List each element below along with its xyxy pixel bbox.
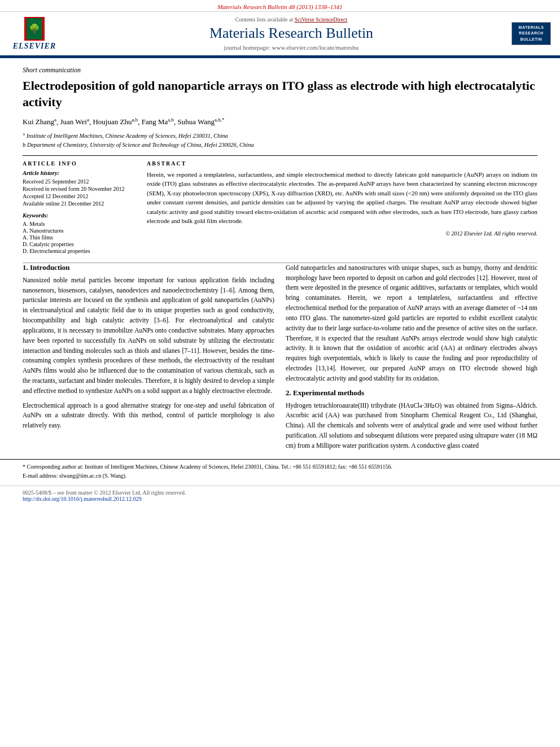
top-banner: Materials Research Bulletin 48 (2013) 13… bbox=[0, 0, 560, 12]
right-para-1: Gold nanoparticles and nanostructures wi… bbox=[286, 263, 537, 384]
article-history-label: Article history: bbox=[23, 170, 135, 176]
keywords-label: Keywords: bbox=[23, 212, 135, 219]
journal-citation: Materials Research Bulletin 48 (2013) 13… bbox=[217, 3, 343, 10]
doi-link[interactable]: http://dx.doi.org/10.1016/j.materresbull… bbox=[23, 496, 142, 502]
mrb-logo-box: MATERIALSRESEARCHBULLETIN bbox=[511, 22, 551, 46]
authors: Kui Zhanga, Juan Weia, Houjuan Zhua,b, F… bbox=[23, 116, 537, 128]
paper-title: Electrodeposition of gold nanoparticle a… bbox=[23, 78, 537, 110]
journal-header-center: Contents lists available at SciVerse Sci… bbox=[71, 16, 511, 51]
keyword-5: D. Electrochemical properties bbox=[23, 248, 135, 254]
keyword-3: A. Thin films bbox=[23, 234, 135, 241]
intro-para-1: Nanosized noble metal particles become i… bbox=[23, 276, 274, 396]
journal-header: 🌳 ELSEVIER Contents lists available at S… bbox=[0, 12, 560, 56]
footnote-email: E-mail address: slwang@iim.ac.cn (S. Wan… bbox=[23, 472, 537, 480]
article-info-col: ARTICLE INFO Article history: Received 2… bbox=[23, 160, 135, 255]
thin-divider-1 bbox=[23, 155, 537, 156]
affiliation-b: b Department of Chemistry, University of… bbox=[23, 141, 537, 150]
footnote-star: * Corresponding author at: Institute of … bbox=[23, 463, 537, 471]
affiliation-a: ° Institute of Intelligent Machines, Chi… bbox=[23, 132, 537, 141]
abstract-text: Herein, we reported a templateless, surf… bbox=[147, 170, 537, 226]
affiliations: ° Institute of Intelligent Machines, Chi… bbox=[23, 132, 537, 150]
elsevier-logo-box: 🌳 bbox=[24, 17, 45, 41]
sciverse-line: Contents lists available at SciVerse Sci… bbox=[71, 16, 511, 23]
received-revised-date: Received in revised form 20 November 201… bbox=[23, 186, 135, 192]
issn-line: 0025-5408/$ – see front matter © 2012 El… bbox=[23, 490, 537, 496]
article-info-abstract: ARTICLE INFO Article history: Received 2… bbox=[23, 160, 537, 255]
available-date: Available online 21 December 2012 bbox=[23, 200, 135, 207]
body-left-col: 1. Introduction Nanosized noble metal pa… bbox=[23, 263, 274, 456]
doi-line: http://dx.doi.org/10.1016/j.materresbull… bbox=[23, 496, 537, 502]
abstract-col: ABSTRACT Herein, we reported a templatel… bbox=[147, 160, 537, 255]
bottom-bar: 0025-5408/$ – see front matter © 2012 El… bbox=[0, 486, 560, 505]
accepted-date: Accepted 12 December 2012 bbox=[23, 193, 135, 199]
body-content: 1. Introduction Nanosized noble metal pa… bbox=[0, 263, 560, 456]
experimental-heading: 2. Experimental methods bbox=[286, 388, 537, 397]
journal-homepage: journal homepage: www.elsevier.com/locat… bbox=[71, 44, 511, 51]
received-date: Received 25 September 2012 bbox=[23, 178, 135, 185]
intro-heading: 1. Introduction bbox=[23, 263, 274, 272]
elsevier-logo: 🌳 ELSEVIER bbox=[9, 17, 60, 51]
experimental-para-1: Hydrogen tetrachloroaurate(III) trihydra… bbox=[286, 401, 537, 451]
footnotes-area: * Corresponding author at: Institute of … bbox=[0, 459, 560, 480]
keyword-2: A. Nanostructures bbox=[23, 228, 135, 234]
article-info-label: ARTICLE INFO bbox=[23, 160, 135, 167]
body-right-col: Gold nanoparticles and nanostructures wi… bbox=[286, 263, 537, 456]
copyright-line: © 2012 Elsevier Ltd. All rights reserved… bbox=[147, 230, 537, 237]
elsevier-name: ELSEVIER bbox=[13, 42, 56, 51]
keyword-1: A. Metals bbox=[23, 221, 135, 227]
intro-para-2: Electrochemical approach is a good alter… bbox=[23, 401, 274, 431]
abstract-label: ABSTRACT bbox=[147, 160, 537, 167]
main-content: Short communication Electrodeposition of… bbox=[0, 58, 560, 263]
keyword-4: D. Catalytic properties bbox=[23, 241, 135, 247]
short-communication-label: Short communication bbox=[23, 66, 537, 75]
journal-title: Materials Research Bulletin bbox=[71, 25, 511, 42]
keywords-section: Keywords: A. Metals A. Nanostructures A.… bbox=[23, 212, 135, 254]
